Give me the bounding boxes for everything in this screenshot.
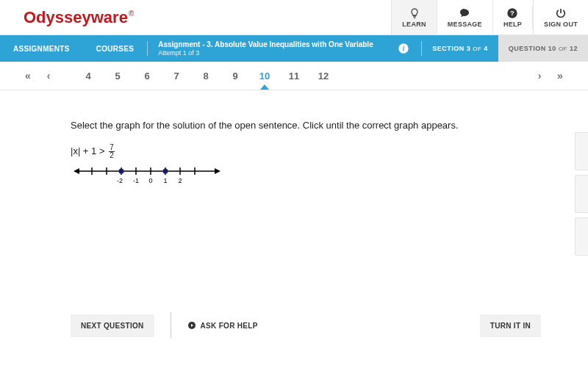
ask-for-help-button[interactable]: ASK FOR HELP [187,321,258,330]
fraction: 7 2 [109,144,115,159]
question-indicator[interactable]: QUESTION 10 OF 12 [498,35,588,62]
speech-icon [459,7,470,19]
number-line-svg: -2 -1 0 1 2 [74,164,220,186]
question-nav: « ‹ 4 5 6 7 8 9 10 11 12 › » [0,62,588,90]
courses-link[interactable]: COURSES [83,35,148,62]
side-tabs [575,132,588,260]
section-label: SECTION [432,45,465,52]
nav-help[interactable]: ? HELP [492,0,532,35]
assignments-label: ASSIGNMENTS [13,45,70,53]
brand-mark: ® [129,10,134,18]
top-nav: LEARN MESSAGE ? HELP SIGN OUT [391,0,588,35]
frac-denominator: 2 [110,152,114,159]
expr-left: |x| + 1 > [71,145,105,156]
question-of: OF [559,46,567,52]
svg-text:i: i [403,45,405,52]
nav-signout[interactable]: SIGN OUT [533,0,588,35]
qnum-12[interactable]: 12 [309,63,338,89]
lightbulb-icon [409,7,420,19]
qnum-5[interactable]: 5 [103,63,132,89]
side-tab-1[interactable] [575,132,588,170]
svg-point-16 [163,169,168,174]
svg-text:-1: -1 [133,177,139,184]
assignment-label-text: Assignment [158,40,200,48]
qnum-8[interactable]: 8 [191,63,220,89]
svg-text:0: 0 [148,177,152,184]
assignment-title-text: - 3. Absolute Value Inequalities with On… [202,40,373,48]
power-icon [555,7,567,19]
svg-marker-5 [74,168,79,174]
ask-label: ASK FOR HELP [201,322,258,330]
brand-name: Odysseyware [24,8,128,26]
section-current: 3 [467,45,471,52]
nav-learn-label: LEARN [402,21,426,28]
assignment-bar: ASSIGNMENTS COURSES Assignment - 3. Abso… [0,35,588,62]
assignments-link[interactable]: ASSIGNMENTS [0,35,83,62]
nav-help-label: HELP [503,21,522,28]
instructions: Select the graph for the solution of the… [71,120,541,131]
section-indicator[interactable]: SECTION 3 OF 4 [422,35,498,62]
question-icon: ? [506,7,518,19]
turn-it-in-button[interactable]: TURN IT IN [480,314,541,337]
section-total: 4 [484,45,488,52]
svg-marker-6 [215,168,220,174]
brand-logo: Odysseyware® [24,8,134,27]
attempt-text: Attempt 1 of 3 [158,49,373,58]
assignment-info: Assignment - 3. Absolute Value Inequalit… [148,35,384,62]
assignment-title: Assignment - 3. Absolute Value Inequalit… [158,40,373,49]
number-line-graph[interactable]: -2 -1 0 1 2 [74,164,541,189]
top-header: Odysseyware® LEARN MESSAGE ? HELP SIGN [0,0,588,35]
play-circle-icon [187,321,196,330]
info-icon: i [398,43,409,54]
next-question-button[interactable]: NEXT QUESTION [71,314,154,337]
nav-message[interactable]: MESSAGE [437,0,492,35]
question-nav-wrap: « ‹ 4 5 6 7 8 9 10 11 12 › » [0,62,588,90]
question-content: Select the graph for the solution of the… [0,90,588,189]
nav-signout-label: SIGN OUT [544,21,578,28]
nav-first[interactable]: « [18,70,38,82]
nav-learn[interactable]: LEARN [391,0,437,35]
footer-bar: NEXT QUESTION ASK FOR HELP TURN IT IN [0,312,588,339]
qnum-6[interactable]: 6 [132,63,162,89]
expression: |x| + 1 > 7 2 [71,144,541,159]
qnum-4[interactable]: 4 [74,63,103,89]
nav-last[interactable]: » [550,70,570,82]
question-label: QUESTION [509,45,546,52]
footer-divider [171,312,171,339]
info-button[interactable]: i [386,35,421,62]
svg-text:1: 1 [163,177,167,184]
qnum-7[interactable]: 7 [162,63,191,89]
qnum-9[interactable]: 9 [220,63,250,89]
question-numbers: 4 5 6 7 8 9 10 11 12 [74,63,514,89]
side-tab-2[interactable] [575,175,588,213]
question-total: 12 [570,45,578,52]
svg-text:?: ? [511,10,515,17]
courses-label: COURSES [96,45,135,53]
qnum-10[interactable]: 10 [250,63,279,89]
section-of: OF [473,46,481,52]
question-current: 10 [548,45,556,52]
svg-point-15 [119,169,124,174]
svg-text:2: 2 [178,177,182,184]
nav-next[interactable]: › [529,70,550,82]
side-tab-3[interactable] [575,217,588,256]
qnum-11[interactable]: 11 [279,63,309,89]
nav-message-label: MESSAGE [448,21,482,28]
nav-prev[interactable]: ‹ [38,70,59,82]
svg-text:-2: -2 [117,177,123,184]
